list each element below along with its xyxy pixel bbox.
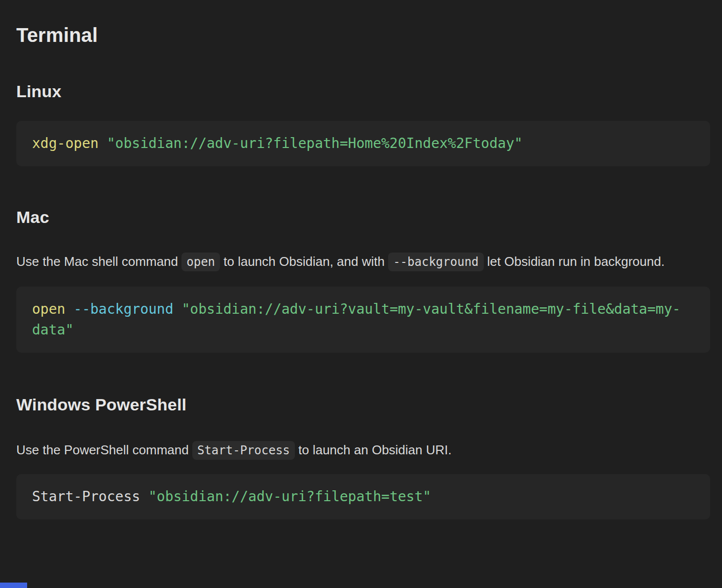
text-segment: to launch Obsidian, and with	[220, 254, 388, 269]
section-heading-mac: Mac	[16, 208, 710, 227]
code-token: --background	[73, 301, 173, 317]
code-token: Start-Process	[32, 488, 140, 505]
text-segment: Use the PowerShell command	[16, 442, 192, 457]
code-block-mac: open --background "obsidian://adv-uri?va…	[16, 287, 710, 353]
page-title: Terminal	[16, 24, 710, 46]
paragraph-mac: Use the Mac shell command open to launch…	[16, 250, 710, 274]
code-token	[65, 301, 73, 317]
code-token: xdg-open	[32, 135, 99, 151]
code-token: "obsidian://adv-uri?filepath=Home%20Inde…	[107, 135, 523, 151]
code-token: "obsidian://adv-uri?filepath=test"	[148, 488, 431, 505]
text-segment: to launch an Obsidian URI.	[295, 442, 452, 457]
code-block-powershell: Start-Process "obsidian://adv-uri?filepa…	[16, 474, 710, 519]
code-token: open	[32, 301, 65, 317]
horizontal-scrollbar-thumb[interactable]	[0, 583, 27, 588]
code-block-linux: xdg-open "obsidian://adv-uri?filepath=Ho…	[16, 121, 710, 166]
code-token	[140, 488, 148, 505]
text-segment: Use the Mac shell command	[16, 254, 181, 269]
code-token	[99, 135, 107, 151]
section-heading-linux: Linux	[16, 82, 710, 101]
docs-content: Terminal Linux xdg-open "obsidian://adv-…	[0, 24, 722, 519]
text-segment: let Obsidian run in background.	[484, 254, 665, 269]
paragraph-powershell: Use the PowerShell command Start-Process…	[16, 438, 710, 462]
inline-code: open	[181, 253, 220, 271]
inline-code: --background	[388, 253, 483, 271]
inline-code: Start-Process	[192, 441, 295, 460]
code-token	[174, 301, 182, 317]
section-heading-windows-powershell: Windows PowerShell	[16, 395, 710, 414]
